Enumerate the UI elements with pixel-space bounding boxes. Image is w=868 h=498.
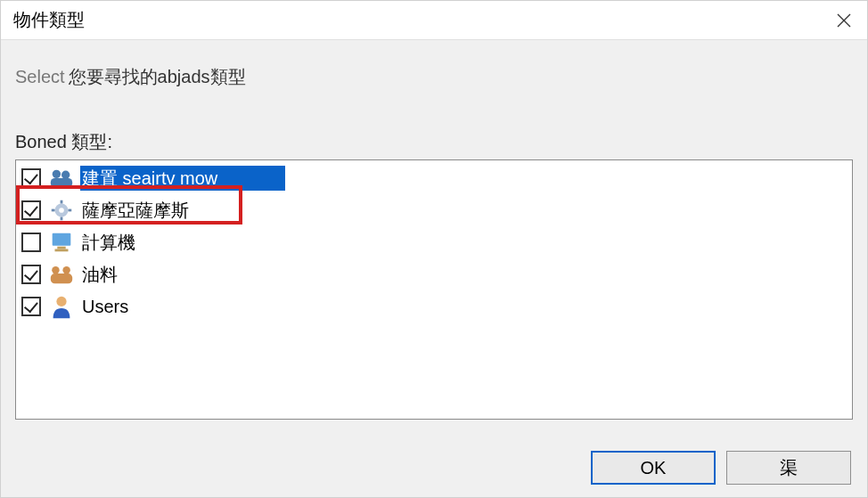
svg-rect-14 [51, 273, 72, 283]
svg-rect-2 [51, 178, 72, 187]
checkbox[interactable] [21, 168, 41, 188]
svg-point-13 [62, 266, 70, 273]
svg-point-4 [59, 208, 64, 213]
list-label: Boned 類型: [15, 130, 853, 154]
user-icon [48, 294, 75, 319]
ok-button[interactable]: OK [591, 451, 716, 485]
close-icon [837, 13, 851, 28]
people-pair-icon [48, 166, 75, 191]
item-label: 建置 seajrtv mow [82, 167, 217, 191]
instruction-text: Select您要尋找的abjads類型 [15, 65, 853, 89]
object-types-listbox[interactable]: 建置 seajrtv mow 薩摩亞薩摩斯 計算機 [15, 159, 853, 420]
gear-icon [48, 198, 75, 223]
monitor-icon [48, 230, 75, 255]
svg-point-0 [53, 170, 61, 178]
item-label: 計算機 [82, 231, 135, 255]
select-label: Select [15, 67, 65, 86]
svg-rect-9 [53, 233, 71, 246]
checkbox[interactable] [21, 297, 41, 316]
checkbox[interactable] [21, 233, 41, 252]
object-types-dialog: 物件類型 Select您要尋找的abjads類型 Boned 類型: 建置 se… [0, 0, 868, 498]
svg-point-15 [56, 297, 66, 306]
svg-point-1 [61, 171, 70, 179]
list-item[interactable]: 建置 seajrtv mow [16, 162, 852, 194]
group-icon [48, 262, 75, 287]
cancel-button-label: 渠 [780, 456, 798, 480]
close-button[interactable] [821, 1, 867, 40]
svg-rect-11 [55, 249, 69, 252]
checkbox[interactable] [21, 200, 41, 220]
svg-point-12 [52, 266, 59, 273]
cancel-button[interactable]: 渠 [726, 451, 851, 485]
titlebar: 物件類型 [1, 1, 867, 40]
item-label: 薩摩亞薩摩斯 [82, 199, 189, 223]
list-item[interactable]: 計算機 [16, 226, 852, 258]
dialog-content: Select您要尋找的abjads類型 Boned 類型: 建置 seajrtv… [1, 40, 867, 420]
dialog-buttons: OK 渠 [591, 451, 851, 485]
dialog-title: 物件類型 [13, 8, 85, 32]
checkbox[interactable] [21, 265, 41, 284]
item-label: Users [82, 297, 128, 317]
svg-rect-10 [57, 247, 65, 249]
list-item[interactable]: 油料 [16, 258, 852, 290]
instruction-rest: 您要尋找的abjads類型 [69, 67, 246, 86]
ok-button-label: OK [641, 458, 667, 478]
list-item[interactable]: 薩摩亞薩摩斯 [16, 194, 852, 226]
item-label: 油料 [82, 263, 118, 287]
list-item[interactable]: Users [16, 290, 852, 322]
